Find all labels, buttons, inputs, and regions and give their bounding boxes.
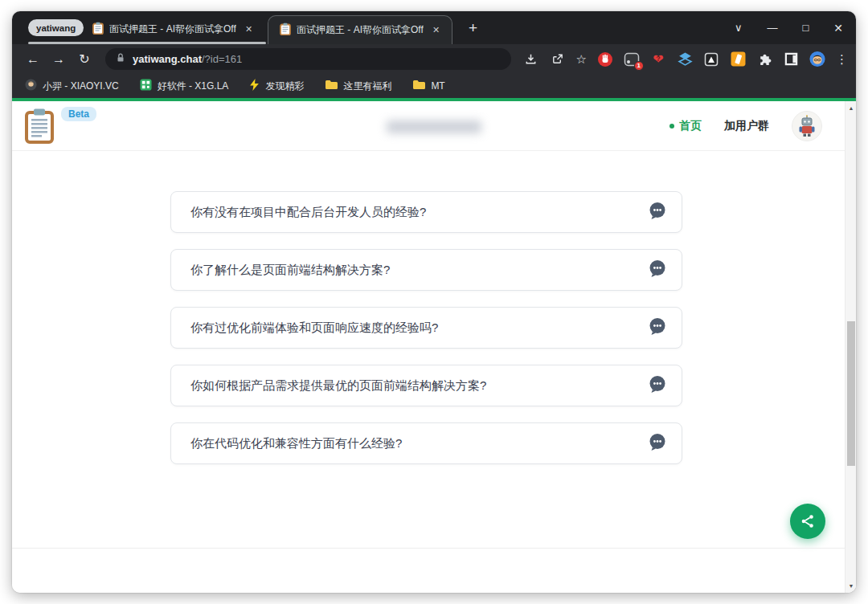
question-card[interactable]: 你了解什么是页面前端结构解决方案? [170, 249, 682, 291]
question-text: 你如何根据产品需求提供最优的页面前端结构解决方案? [190, 378, 486, 394]
share-icon[interactable] [550, 51, 566, 67]
browser-window: yatiwang 面试押题王 - AI帮你面试拿Offer ✕ 面试押题王 - … [12, 11, 856, 593]
window-maximize-button[interactable]: □ [802, 22, 809, 34]
tab-close-icon[interactable]: ✕ [429, 23, 443, 37]
user-avatar[interactable] [792, 111, 822, 141]
folder-icon [412, 80, 425, 92]
clipboard-favicon-icon [280, 22, 291, 38]
download-icon[interactable] [523, 51, 539, 67]
lock-icon [115, 52, 126, 66]
nav-home-link[interactable]: 首页 [669, 119, 702, 133]
ext-translate-icon[interactable] [703, 51, 719, 67]
site-header: Beta 首页 加用户群 [12, 101, 856, 151]
question-card[interactable]: 你在代码优化和兼容性方面有什么经验? [170, 422, 682, 464]
ext-screenshot-icon[interactable]: 1 [624, 51, 640, 67]
browser-menu-icon[interactable]: ⋮ [836, 52, 848, 67]
browser-toolbar: ← → ↻ yatiwang.chat/?id=161 ☆ 1 [12, 44, 856, 74]
forward-button[interactable]: → [49, 52, 68, 67]
chat-bubble-icon[interactable] [648, 316, 667, 339]
reload-button[interactable]: ↻ [75, 51, 94, 67]
question-card[interactable]: 你如何根据产品需求提供最优的页面前端结构解决方案? [170, 365, 682, 406]
question-card[interactable]: 你有没有在项目中配合后台开发人员的经验? [170, 191, 682, 233]
page-content: Beta 首页 加用户群 你有没有在项目中配合后台开发人员的经验? [12, 101, 856, 593]
bookmark-folder-fuli[interactable]: 这里有福利 [325, 80, 391, 93]
page-scrollbar[interactable]: ▲ ▼ [845, 101, 856, 593]
beta-badge: Beta [61, 107, 96, 121]
tab-group-underline [28, 42, 266, 44]
lightning-favicon-icon [249, 79, 260, 93]
ext-layers-icon[interactable] [677, 51, 693, 67]
extensions-puzzle-icon[interactable] [756, 51, 772, 67]
question-text: 你在代码优化和兼容性方面有什么经验? [190, 436, 402, 451]
chat-bubble-icon[interactable] [648, 201, 667, 223]
avatar-favicon-icon [25, 79, 37, 93]
chat-bubble-icon[interactable] [648, 259, 667, 281]
question-text: 你了解什么是页面前端结构解决方案? [190, 263, 390, 278]
window-close-button[interactable]: ✕ [833, 22, 843, 35]
scrollbar-up-icon[interactable]: ▲ [845, 105, 856, 111]
folder-icon [325, 80, 338, 92]
share-icon [800, 513, 816, 529]
site-logo-clipboard-icon[interactable] [24, 108, 55, 148]
side-panel-icon[interactable] [783, 51, 799, 67]
bookmarks-bar: 小羿 - XIAOYI.VC 好软件 - X1G.LA 发现精彩 这里有福利 M… [12, 74, 856, 98]
ext-heart-icon[interactable]: ❤ ? [650, 51, 666, 67]
question-text: 你有没有在项目中配合后台开发人员的经验? [190, 205, 426, 220]
bookmark-discover[interactable]: 发现精彩 [249, 79, 304, 93]
question-card[interactable]: 你有过优化前端体验和页面响应速度的经验吗? [170, 307, 682, 349]
tab-2-active[interactable]: 面试押题王 - AI帮你面试拿Offer ✕ [268, 15, 452, 44]
tab-search-chevron-icon[interactable]: ∨ [735, 22, 743, 34]
ext-orange-icon[interactable] [730, 51, 746, 67]
profile-avatar[interactable] [809, 51, 825, 67]
tab-1[interactable]: 面试押题王 - AI帮你面试拿Offer ✕ [92, 16, 268, 42]
clipboard-favicon-icon [92, 22, 104, 37]
question-list: 你有没有在项目中配合后台开发人员的经验? 你了解什么是页面前端结构解决方案? 你… [170, 191, 682, 464]
tab-title: 面试押题王 - AI帮你面试拿Offer [297, 23, 424, 37]
chat-bubble-icon[interactable] [648, 432, 667, 455]
new-tab-button[interactable]: + [462, 11, 484, 44]
tab-close-icon[interactable]: ✕ [242, 22, 256, 36]
share-fab-button[interactable] [790, 504, 825, 539]
url-host: yatiwang.chat [133, 53, 202, 65]
url-path: /?id=161 [202, 53, 242, 65]
extension-badge: 1 [634, 61, 644, 71]
address-bar[interactable]: yatiwang.chat/?id=161 [105, 48, 511, 70]
chat-bubble-icon[interactable] [648, 374, 667, 397]
back-button[interactable]: ← [23, 52, 43, 67]
tab-strip: yatiwang 面试押题王 - AI帮你面试拿Offer ✕ 面试押题王 - … [12, 11, 856, 44]
tab-group-chip[interactable]: yatiwang [28, 19, 84, 36]
scrollbar-thumb[interactable] [847, 321, 855, 466]
bookmark-x1g[interactable]: 好软件 - X1G.LA [140, 79, 229, 93]
scrollbar-down-icon[interactable]: ▼ [845, 583, 856, 589]
question-text: 你有过优化前端体验和页面响应速度的经验吗? [190, 320, 438, 336]
active-dot-icon [669, 124, 674, 129]
bookmark-xiaoyi[interactable]: 小羿 - XIAOYI.VC [25, 79, 119, 93]
qr-favicon-icon [140, 79, 152, 93]
blurred-page-title [387, 120, 481, 133]
bookmark-star-icon[interactable]: ☆ [576, 52, 587, 67]
ext-adguard-icon[interactable] [597, 51, 613, 67]
bookmark-folder-mt[interactable]: MT [412, 80, 444, 92]
tab-title: 面试押题王 - AI帮你面试拿Offer [109, 22, 236, 36]
window-minimize-button[interactable]: — [767, 22, 777, 34]
header-nav: 首页 加用户群 [669, 101, 822, 151]
footer-divider [12, 548, 856, 549]
nav-join-group-link[interactable]: 加用户群 [724, 119, 769, 133]
